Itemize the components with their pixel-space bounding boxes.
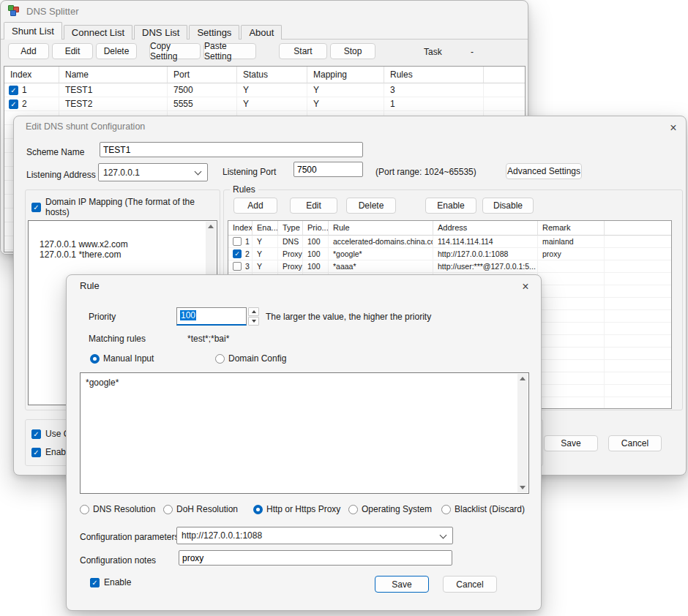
listening-address-select[interactable]: 127.0.0.1 — [98, 163, 208, 181]
delete-button[interactable]: Delete — [96, 43, 137, 59]
domain-config-radio[interactable]: Domain Config — [215, 353, 286, 364]
use-os-checkbox[interactable]: ✓ — [31, 429, 41, 439]
cell: Y — [237, 83, 307, 97]
column-header-index[interactable]: Index — [228, 221, 253, 236]
priority-input[interactable]: 100 — [176, 307, 247, 326]
cell: Y — [253, 236, 278, 248]
cell: Proxy — [278, 260, 303, 273]
http-or-https-proxy-radio[interactable]: Http or Https Proxy — [253, 504, 340, 514]
row-index: 2 — [22, 97, 27, 110]
edit-cancel-button[interactable]: Cancel — [608, 435, 662, 451]
config-notes-input[interactable] — [179, 550, 452, 566]
manual-input-radio[interactable]: Manual Input — [90, 353, 154, 364]
enable-checkbox[interactable]: ✓ — [31, 448, 41, 457]
column-header-type[interactable]: Type — [278, 221, 303, 236]
tab-connect-list[interactable]: Connect List — [64, 25, 132, 40]
table-row[interactable]: ✓1TEST17500YY3 — [4, 83, 525, 97]
chevron-down-icon — [195, 168, 202, 176]
edit-dialog-titlebar[interactable]: Edit DNS shunt Configuration — [14, 116, 686, 137]
stepper-down-button[interactable] — [248, 317, 259, 326]
rule-cancel-button[interactable]: Cancel — [443, 576, 497, 593]
blacklist-discard-radio[interactable]: Blacklist (Discard) — [441, 504, 525, 514]
start-button[interactable]: Start — [279, 43, 327, 59]
mapping-checkbox-row[interactable]: ✓ Domain IP Mapping (The format of the h… — [31, 197, 220, 217]
tab-dns-list[interactable]: DNS List — [134, 25, 187, 40]
table-header-row: IndexEna...TypePrio...RuleAddressRemark — [228, 221, 671, 236]
operating-system-label: Operating System — [362, 504, 432, 514]
rule-delete-button[interactable]: Delete — [346, 198, 396, 214]
edit-button[interactable]: Edit — [52, 43, 93, 59]
unchecked-checkbox[interactable] — [233, 262, 242, 271]
scheme-name-input[interactable] — [100, 142, 363, 157]
column-header-rules[interactable]: Rules — [384, 67, 484, 83]
checked-checkbox[interactable]: ✓ — [9, 86, 18, 95]
rule-dialog: Rule × Priority 100 The larger the value… — [66, 274, 542, 611]
paste-setting-button[interactable]: Paste Setting — [203, 43, 256, 59]
rule-save-button[interactable]: Save — [375, 576, 429, 593]
rule-textarea[interactable]: *google* — [80, 372, 529, 494]
rule-enable-row[interactable]: ✓ Enable — [90, 577, 131, 587]
rule-enable-checkbox[interactable]: ✓ — [90, 578, 100, 587]
add-button[interactable]: Add — [8, 43, 49, 59]
scroll-up-icon[interactable] — [208, 225, 214, 228]
rule-edit-button[interactable]: Edit — [290, 198, 337, 214]
empty-cell — [605, 348, 672, 360]
rule-dialog-title: Rule — [80, 280, 100, 291]
checked-checkbox[interactable]: ✓ — [233, 249, 242, 258]
index-cell: ✓1 — [4, 83, 59, 97]
operating-system-radio[interactable]: Operating System — [348, 504, 432, 514]
column-header-name[interactable]: Name — [59, 67, 168, 83]
doh-resolution-label: DoH Resolution — [176, 504, 238, 514]
table-row[interactable]: ✓2TEST25555YY1 — [4, 97, 525, 111]
tab-shunt-list[interactable]: Shunt List — [4, 22, 62, 40]
config-params-value: http://127.0.0.1:1088 — [182, 530, 262, 541]
edit-save-button[interactable]: Save — [544, 435, 598, 451]
close-icon[interactable]: × — [516, 279, 535, 295]
unchecked-checkbox[interactable] — [233, 237, 242, 246]
column-header-index[interactable]: Index — [4, 67, 59, 83]
listening-port-input[interactable] — [293, 162, 363, 177]
table-row[interactable]: ✓2YProxy100*google*http://127.0.0.1:1088… — [228, 248, 671, 260]
rule-dialog-titlebar[interactable]: Rule — [67, 275, 541, 296]
stop-button[interactable]: Stop — [330, 43, 375, 59]
column-header-filler — [605, 221, 672, 236]
table-row[interactable]: 1YDNS100accelerated-domains.china.conf11… — [228, 236, 671, 248]
main-titlebar[interactable]: DNS Splitter × — [1, 1, 528, 21]
column-header-remark[interactable]: Remark — [538, 221, 605, 236]
cell: http://user:***@127.0.0.1:5... — [433, 260, 538, 273]
doh-resolution-radio[interactable]: DoH Resolution — [163, 504, 238, 514]
rule-add-button[interactable]: Add — [233, 198, 277, 214]
column-header-prio[interactable]: Prio... — [303, 221, 329, 236]
dns-resolution-radio[interactable]: DNS Resolution — [80, 504, 155, 514]
close-icon[interactable]: × — [664, 120, 683, 136]
scroll-down-icon[interactable] — [520, 486, 526, 489]
empty-cell — [605, 298, 672, 310]
mapping-checkbox[interactable]: ✓ — [31, 203, 41, 212]
stepper-up-button[interactable] — [248, 307, 259, 316]
radio-unselected-icon — [441, 505, 451, 514]
priority-hint: The larger the value, the higher the pri… — [266, 312, 431, 322]
rules-group-label: Rules — [230, 184, 258, 195]
copy-setting-button[interactable]: Copy Setting — [149, 43, 201, 59]
rule-disable-button[interactable]: Disable — [482, 198, 534, 214]
column-header-mapping[interactable]: Mapping — [307, 67, 384, 83]
config-params-select[interactable]: http://127.0.0.1:1088 — [176, 527, 453, 544]
cell: Y — [237, 97, 307, 111]
scroll-up-icon[interactable] — [520, 377, 526, 380]
checked-checkbox[interactable]: ✓ — [9, 99, 18, 109]
rule-enable-button[interactable]: Enable — [425, 198, 476, 214]
rule-scrollbar[interactable] — [517, 374, 528, 492]
tab-about[interactable]: About — [241, 25, 282, 40]
http-or-https-proxy-label: Http or Https Proxy — [266, 504, 340, 514]
table-row[interactable]: 3YProxy100*aaaa*http://user:***@127.0.0.… — [228, 260, 671, 273]
empty-cell — [538, 348, 605, 360]
column-header-ena[interactable]: Ena... — [253, 221, 278, 236]
column-header-status[interactable]: Status — [237, 67, 307, 83]
tab-settings[interactable]: Settings — [189, 25, 239, 40]
column-header-rule[interactable]: Rule — [329, 221, 433, 236]
column-header-port[interactable]: Port — [168, 67, 237, 83]
column-header-address[interactable]: Address — [433, 221, 538, 236]
cell: 100 — [303, 260, 329, 273]
advanced-settings-button[interactable]: Advanced Settings — [506, 163, 582, 179]
cell: 7500 — [168, 83, 237, 97]
